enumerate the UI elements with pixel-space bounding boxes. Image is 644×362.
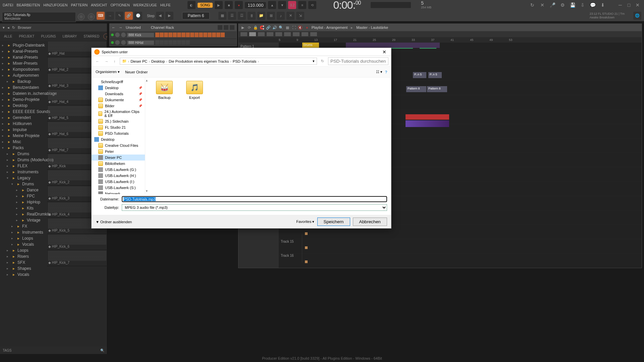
pl-lock-icon[interactable]: 🔒 bbox=[253, 25, 258, 30]
tool-slip[interactable] bbox=[275, 32, 282, 36]
folder-content[interactable]: 🥁 Backup 🎵 Export bbox=[149, 77, 391, 194]
help-icon[interactable]: ? bbox=[385, 70, 387, 74]
loop-record-icon[interactable]: ⟲ bbox=[308, 1, 316, 9]
dlg-tree-item[interactable]: Schnellzugriff bbox=[92, 79, 145, 85]
pattern-selector[interactable]: Pattern 6 bbox=[182, 12, 210, 19]
undo-icon[interactable]: ↻ bbox=[529, 1, 536, 9]
menu-pattern[interactable]: PATTERN bbox=[71, 3, 88, 7]
pl-rec-icon[interactable]: ● bbox=[306, 25, 308, 29]
pl-expand-icon[interactable]: ⛶ bbox=[291, 25, 296, 30]
stop-button[interactable]: ■ bbox=[225, 1, 233, 9]
main-pitch-knob[interactable] bbox=[88, 13, 95, 20]
render-icon[interactable]: ⇩ bbox=[579, 1, 586, 9]
nav-up-button[interactable]: ↑ bbox=[112, 59, 117, 63]
tree-scroll-up[interactable]: ▲ bbox=[145, 79, 149, 82]
pl-link-icon[interactable]: 🔗 bbox=[266, 25, 271, 30]
nav-back-button[interactable]: ← bbox=[94, 59, 101, 63]
cancel-button[interactable]: Abbrechen bbox=[353, 218, 387, 226]
crumb-item[interactable]: PSD-Tutiorials bbox=[233, 59, 257, 63]
dlg-tree-item[interactable]: PSD-Tutiorials bbox=[92, 130, 145, 136]
play-button[interactable]: ▶ bbox=[215, 1, 223, 9]
dlg-tree-item[interactable]: Desktop bbox=[92, 136, 145, 142]
record-button[interactable]: ● bbox=[235, 1, 243, 9]
clip-pan5[interactable]: P..n 5 bbox=[413, 72, 426, 78]
tempo-display[interactable]: 110.000 bbox=[245, 2, 266, 8]
menu-optionen[interactable]: OPTIONEN bbox=[110, 3, 129, 7]
dlg-tree-item[interactable]: USB-Laufwerk (H:) bbox=[92, 173, 145, 179]
tags-label[interactable]: TAGS bbox=[3, 349, 11, 352]
countdown-icon[interactable]: ▼ bbox=[278, 1, 286, 9]
main-volume-knob[interactable] bbox=[78, 13, 85, 20]
tool-select[interactable] bbox=[293, 32, 300, 36]
channel-row[interactable]: 888 HiHat bbox=[110, 39, 236, 46]
pl-vol-icon[interactable]: 🔊 bbox=[272, 25, 277, 30]
cr-back-icon[interactable]: ← bbox=[112, 25, 115, 29]
cr-graph-icon[interactable] bbox=[218, 25, 222, 30]
tool-draw[interactable] bbox=[240, 32, 247, 36]
nav-refresh-button[interactable]: ↻ bbox=[320, 59, 325, 63]
search-input[interactable] bbox=[328, 57, 388, 65]
tempo-tapper-icon[interactable]: ♪ bbox=[277, 12, 285, 20]
filetype-select[interactable]: MPEG 3 audio file (*.mp3) bbox=[122, 204, 387, 211]
track-mute-dot[interactable] bbox=[305, 260, 308, 263]
pat-song-knob[interactable]: ◐ bbox=[187, 1, 196, 9]
tool-zoom[interactable] bbox=[302, 32, 308, 36]
step-edit-icon[interactable]: ≡ bbox=[298, 1, 306, 9]
window-close[interactable]: ✕ bbox=[634, 1, 641, 9]
pl-mute-icon[interactable]: 🔇 bbox=[298, 25, 303, 30]
window-maximize[interactable]: □ bbox=[625, 1, 633, 9]
arrange-windows-icon[interactable]: ⇲ bbox=[296, 12, 304, 20]
dlg-tree-item[interactable]: Dieser PC bbox=[92, 155, 145, 161]
download-icon[interactable]: ⬇ bbox=[599, 1, 606, 9]
dlg-tree-item[interactable]: FL Studio 21 bbox=[92, 124, 145, 130]
pl-zoom-icon[interactable]: 🔍 bbox=[279, 25, 283, 30]
dlg-tree-item[interactable]: Downloads📌 bbox=[92, 91, 145, 97]
channel-rack-icon[interactable]: ☲ bbox=[238, 12, 246, 20]
menu-bearbeiten[interactable]: BEARBEITEN bbox=[17, 3, 40, 7]
view-mode-button[interactable]: ☷ ▾ bbox=[376, 70, 382, 74]
crumb-item[interactable]: Dieser PC bbox=[130, 59, 147, 63]
pl-snap-icon[interactable]: 🧲 bbox=[260, 25, 264, 30]
track-mute-dot[interactable] bbox=[305, 232, 308, 235]
piano-roll-icon[interactable]: ☰ bbox=[228, 12, 236, 20]
channel-name[interactable]: 888 Kick bbox=[127, 33, 154, 37]
dlg-tree-item[interactable]: Desktop📌 bbox=[92, 85, 145, 91]
clip-automation[interactable] bbox=[406, 114, 449, 120]
crumb-item[interactable]: Die Produktion eines eigenen Tracks bbox=[169, 59, 229, 63]
cr-close[interactable] bbox=[230, 25, 234, 30]
mic-icon[interactable]: 🎤 bbox=[549, 1, 556, 9]
dlg-tree-item[interactable]: 25.) Sidechain bbox=[92, 118, 145, 124]
pl-sync-icon[interactable]: ⟳ bbox=[247, 25, 252, 30]
track-16-label[interactable]: Track 16 bbox=[279, 248, 302, 262]
browser-menu-icon[interactable]: ▾ bbox=[3, 25, 5, 30]
filename-input[interactable] bbox=[122, 196, 387, 202]
cr-group[interactable]: Unsorted bbox=[126, 25, 141, 29]
track-15-label[interactable]: Track 15 bbox=[279, 234, 302, 248]
step-sequence[interactable] bbox=[155, 33, 225, 37]
tab-starred[interactable]: STARRED bbox=[81, 34, 102, 39]
browser-icon[interactable]: 📁 bbox=[257, 12, 265, 20]
toolbar-icon[interactable]: ✕ bbox=[539, 1, 546, 9]
wait-input-icon[interactable]: 3.2 bbox=[288, 1, 296, 9]
menu-hinzufuegen[interactable]: HINZUFÜGEN bbox=[43, 3, 67, 7]
dlg-tree-item[interactable]: Netzwerk bbox=[92, 191, 145, 194]
tab-all2[interactable]: ALL...2 bbox=[103, 34, 107, 39]
pl-grid-icon[interactable]: ▦ bbox=[285, 25, 290, 30]
cr-minimize[interactable] bbox=[224, 25, 228, 30]
new-folder-button[interactable]: Neuer Ordner bbox=[125, 70, 148, 74]
browser-refresh-icon[interactable]: ↻ bbox=[12, 25, 15, 30]
channel-name[interactable]: 888 HiHat bbox=[127, 41, 154, 45]
channel-led[interactable] bbox=[111, 34, 114, 36]
folder-export[interactable]: 🎵 Export bbox=[183, 81, 206, 100]
time-display[interactable]: 0:00:00 bbox=[333, 0, 361, 11]
cr-forward-icon[interactable]: → bbox=[119, 25, 122, 29]
chat-icon[interactable]: 💬 bbox=[589, 1, 596, 9]
song-mode-button[interactable]: SONG bbox=[198, 3, 213, 8]
clip-automation2[interactable] bbox=[406, 120, 449, 127]
clip-block[interactable] bbox=[346, 43, 440, 48]
tree-scroll-down[interactable]: ▼ bbox=[145, 189, 149, 193]
tab-plugins[interactable]: PLUGINS bbox=[39, 34, 59, 39]
settings-icon[interactable]: ⚙ bbox=[559, 1, 566, 9]
dialog-close-button[interactable]: ✕ bbox=[380, 49, 388, 55]
typing-keyboard-icon[interactable]: ⌨ bbox=[97, 12, 105, 20]
